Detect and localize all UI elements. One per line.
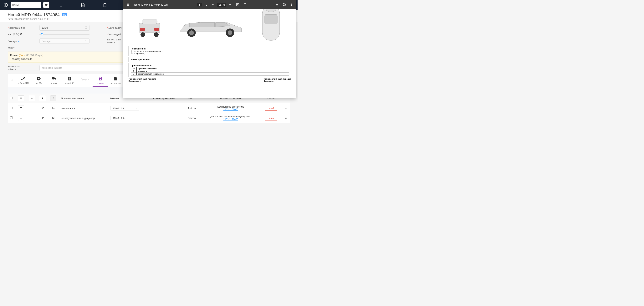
svg-rect-39 (265, 14, 277, 24)
pdf-menu-icon[interactable] (126, 3, 130, 6)
work-code-link[interactable]: 1101-1120400 (223, 118, 238, 121)
svg-point-14 (53, 98, 54, 98)
mechanic-select[interactable]: Іванов Гена (110, 116, 139, 120)
table-row: не запускається кондиціонер Іванов Гена … (8, 113, 290, 123)
menu-header-button[interactable] (18, 96, 24, 101)
page-title: Новий MRD-9444-1374964 (8, 12, 60, 17)
scheduled-time-value: 10:00 (42, 26, 48, 29)
add-header-button[interactable] (29, 96, 35, 101)
tab-history[interactable]: історія (46, 74, 62, 86)
svg-rect-29 (142, 19, 157, 24)
search-box[interactable] (10, 2, 42, 8)
clock-icon (85, 26, 88, 30)
brake-icon (36, 76, 42, 81)
row-reason: не запускається кондиціонер (59, 113, 108, 123)
pdf-sign-row: Транспортний засіб прийняв Виконавець: Т… (128, 78, 291, 82)
row-menu-button[interactable] (18, 105, 24, 111)
svg-point-15 (52, 107, 54, 109)
clipboard-icon[interactable] (102, 2, 108, 8)
time-slider[interactable] (40, 34, 90, 35)
pdf-fit-icon[interactable] (236, 3, 240, 6)
request-icon (98, 76, 103, 81)
pdf-page-control: / 2 (197, 3, 207, 7)
svg-point-8 (55, 79, 56, 80)
car-side-view (176, 17, 246, 38)
user-header-button[interactable] (50, 96, 56, 101)
bolt-header-button[interactable] (40, 96, 46, 101)
svg-point-18 (52, 117, 54, 119)
mechanic-select[interactable]: Іванов Гена (110, 106, 139, 110)
pdf-filename: act-MRD-9444-1374964 (2).pdf (134, 3, 168, 6)
status-button[interactable]: Новий (265, 116, 277, 120)
new-document-icon[interactable] (80, 2, 86, 8)
svg-point-1 (6, 4, 6, 6)
refresh-icon[interactable] (20, 33, 22, 36)
pdf-zoom-control: 117% (211, 3, 232, 7)
tab-prev[interactable]: ні (8, 74, 16, 86)
work-code-link[interactable]: 1102-1160000 (223, 108, 238, 111)
pdf-page-current[interactable] (197, 3, 202, 7)
pdf-print-icon[interactable] (282, 3, 286, 6)
slider-handle[interactable] (41, 33, 43, 36)
pdf-page-total: 2 (206, 3, 207, 6)
wrench-icon (20, 76, 26, 81)
table-row: помилка srs Іванов Гена Робота Комп'ютер… (8, 103, 290, 113)
location-label: Локація » (8, 40, 36, 42)
tab-reglament[interactable]: регламент (108, 74, 123, 86)
pdf-more-icon[interactable] (290, 3, 293, 6)
pdf-zoom-out-icon[interactable] (211, 3, 214, 6)
notification-icon[interactable] (58, 2, 64, 8)
car-top-view (256, 9, 286, 42)
row-edit-button[interactable] (40, 105, 46, 111)
pdf-toolbar: act-MRD-9444-1374964 (2).pdf / 2 117% (123, 0, 296, 9)
pdf-zoom-value[interactable]: 117% (217, 3, 226, 7)
location-arrow-icon[interactable]: » (18, 40, 20, 42)
time-label: Час (0.5г.) (8, 33, 36, 36)
app-logo[interactable] (3, 2, 9, 8)
scheduled-time-input[interactable]: 10:00 (40, 25, 90, 30)
select-all-checkbox[interactable] (10, 97, 13, 99)
row-work: Комп'ютерна діагностика1102-1160000 (202, 103, 260, 113)
bank-button[interactable] (43, 2, 49, 8)
tab-processes[interactable]: Процеси (77, 74, 92, 86)
calendar-icon (113, 76, 118, 81)
row-emoji-button[interactable] (50, 115, 56, 121)
svg-point-27 (292, 5, 292, 6)
pdf-damages-box: Пошкодження: 1 - не світить; покажчик по… (128, 46, 291, 56)
pdf-body[interactable]: Пошкодження: 1 - не світить; покажчик по… (123, 9, 296, 98)
search-input[interactable] (12, 4, 41, 6)
row-type: Робота (185, 113, 202, 123)
car-diagrams (128, 12, 291, 44)
svg-point-37 (228, 30, 232, 35)
svg-point-6 (38, 78, 40, 80)
checklist-icon (67, 76, 72, 81)
comments-label: Коментарі клієнта (8, 65, 36, 71)
svg-point-11 (100, 79, 101, 80)
car-rear-view (134, 17, 165, 38)
pdf-viewer-overlay: act-MRD-9444-1374964 (2).pdf / 2 117% (123, 0, 296, 98)
row-checkbox[interactable] (10, 106, 13, 109)
pdf-download-icon[interactable] (275, 3, 279, 6)
pdf-client-comment-box: Коментар клієнта: (128, 57, 291, 62)
status-badge: НВ (62, 13, 67, 16)
svg-point-20 (54, 118, 54, 118)
svg-point-35 (189, 30, 194, 35)
location-select[interactable]: Локація (40, 38, 90, 44)
tab-works[interactable]: роботи (12) (16, 74, 31, 86)
svg-point-17 (54, 108, 54, 108)
row-more-icon[interactable] (284, 117, 287, 120)
row-emoji-button[interactable] (50, 105, 56, 111)
status-button[interactable]: Новий (265, 106, 277, 111)
row-menu-button[interactable] (18, 115, 24, 121)
svg-rect-38 (262, 9, 280, 40)
pdf-zoom-in-icon[interactable] (229, 3, 232, 6)
tab-request[interactable]: заявка (92, 74, 108, 86)
row-more-icon[interactable] (284, 107, 287, 110)
pdf-rotate-icon[interactable] (243, 3, 247, 6)
svg-point-32 (140, 32, 145, 37)
tab-parts[interactable]: з/ч (9) (31, 74, 46, 86)
col-reason: Причина звернення (59, 94, 108, 103)
row-checkbox[interactable] (10, 116, 13, 119)
tab-tasks[interactable]: задачі (0) (62, 74, 77, 86)
row-edit-button[interactable] (40, 115, 46, 121)
